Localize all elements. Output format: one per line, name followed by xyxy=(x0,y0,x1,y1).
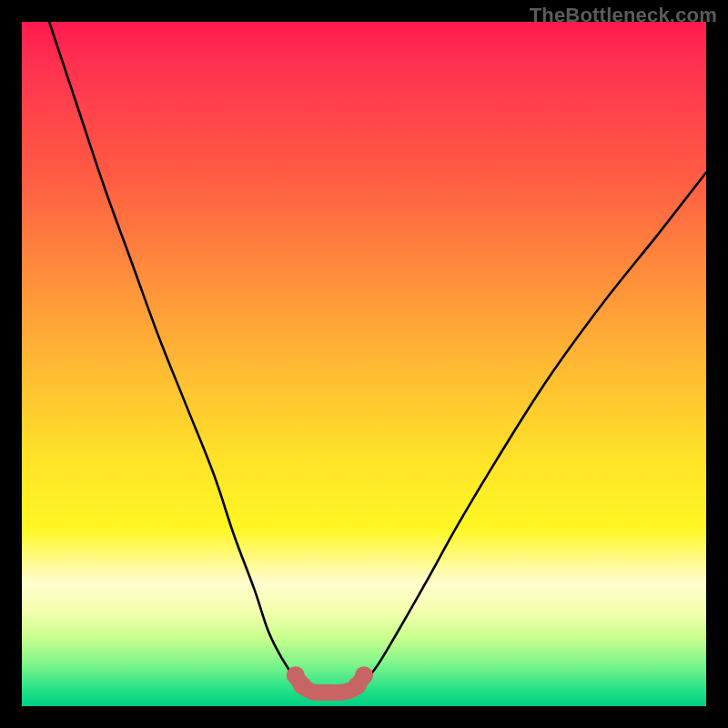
right-curve-path xyxy=(357,172,706,689)
floor-band-dot xyxy=(293,676,311,694)
left-curve-path xyxy=(49,22,306,689)
outer-frame: TheBottleneck.com xyxy=(0,0,728,728)
floor-band-dot xyxy=(355,666,373,684)
curve-layer xyxy=(22,22,706,706)
chart-plot-area xyxy=(22,22,706,706)
